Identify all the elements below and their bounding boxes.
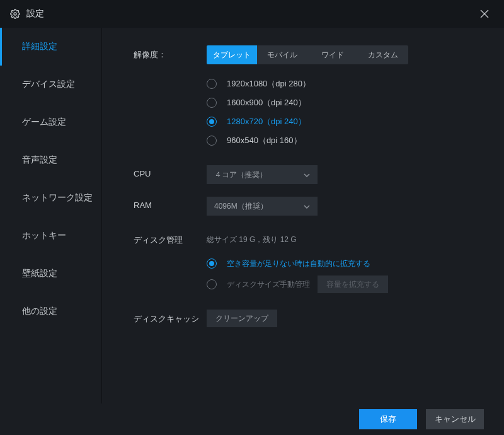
content: 解像度： タブレット モバイル ワイド カスタム 1920x1080（dpi 2… — [102, 28, 504, 403]
disk-label: ディスク管理 — [134, 231, 207, 246]
sidebar-label: 他の設定 — [22, 306, 57, 317]
resolution-option-label: 1280x720（dpi 240） — [227, 116, 306, 127]
resolution-option[interactable]: 960x540（dpi 160） — [207, 131, 479, 150]
resolution-tabs: タブレット モバイル ワイド カスタム — [207, 45, 408, 64]
radio-icon — [207, 98, 217, 108]
sidebar-item-hotkey[interactable]: ホットキー — [0, 217, 101, 255]
gear-icon — [10, 9, 20, 19]
row-resolution: 解像度： タブレット モバイル ワイド カスタム 1920x1080（dpi 2… — [134, 45, 479, 150]
sidebar-label: デバイス設定 — [22, 79, 75, 90]
ram-select[interactable]: 4096M（推奨） — [207, 197, 318, 216]
radio-icon — [207, 117, 217, 127]
sidebar-item-other[interactable]: 他の設定 — [0, 293, 101, 330]
sidebar-item-wallpaper[interactable]: 壁紙設定 — [0, 255, 101, 293]
expand-disk-button: 容量を拡充する — [318, 276, 388, 293]
cpu-select[interactable]: ４コア（推奨） — [207, 165, 318, 184]
chevron-down-icon — [304, 170, 310, 179]
cpu-label: CPU — [134, 165, 207, 178]
resolution-option-label: 1920x1080（dpi 280） — [227, 78, 311, 90]
tab-wide[interactable]: ワイド — [307, 45, 358, 64]
svg-point-0 — [14, 13, 16, 15]
sidebar-label: ホットキー — [22, 230, 66, 241]
row-disk: ディスク管理 総サイズ 19 G，残り 12 G 空き容量が足りない時は自動的に… — [134, 231, 479, 296]
sidebar-label: 音声設定 — [22, 154, 57, 166]
radio-icon — [207, 258, 217, 269]
tab-custom[interactable]: カスタム — [358, 45, 408, 64]
resolution-options: 1920x1080（dpi 280） 1600x900（dpi 240） 128… — [207, 74, 479, 150]
row-ram: RAM 4096M（推奨） — [134, 197, 479, 216]
footer: 保存 キャンセル — [0, 403, 504, 435]
resolution-option-label: 960x540（dpi 160） — [227, 135, 302, 146]
cancel-button[interactable]: キャンセル — [426, 409, 484, 429]
disk-option-label: ディスクサイズ手動管理 — [227, 279, 310, 290]
radio-icon — [207, 279, 217, 289]
ram-value: 4096M（推奨） — [214, 201, 268, 212]
sidebar-item-network[interactable]: ネットワーク設定 — [0, 179, 101, 217]
sidebar-item-advanced[interactable]: 詳細設定 — [0, 28, 101, 66]
tab-mobile[interactable]: モバイル — [257, 45, 307, 64]
row-cache: ディスクキャッシ クリーンアップ — [134, 310, 479, 327]
cleanup-button[interactable]: クリーンアップ — [207, 310, 277, 327]
sidebar-item-audio[interactable]: 音声設定 — [0, 141, 101, 179]
disk-summary: 総サイズ 19 G，残り 12 G — [207, 231, 479, 245]
resolution-label: 解像度： — [134, 45, 207, 61]
sidebar-item-game[interactable]: ゲーム設定 — [0, 103, 101, 141]
row-cpu: CPU ４コア（推奨） — [134, 165, 479, 184]
save-button[interactable]: 保存 — [359, 409, 417, 429]
close-button[interactable] — [475, 4, 494, 23]
resolution-option-label: 1600x900（dpi 240） — [227, 97, 306, 108]
sidebar-label: 壁紙設定 — [22, 268, 57, 279]
cpu-value: ４コア（推奨） — [214, 170, 267, 180]
chevron-down-icon — [304, 202, 310, 211]
ram-label: RAM — [134, 197, 207, 210]
resolution-option[interactable]: 1920x1080（dpi 280） — [207, 74, 479, 93]
disk-option-manual[interactable]: ディスクサイズ手動管理 容量を拡充する — [207, 273, 479, 296]
resolution-option[interactable]: 1600x900（dpi 240） — [207, 93, 479, 112]
sidebar-label: ゲーム設定 — [22, 117, 66, 128]
titlebar: 設定 — [0, 0, 504, 28]
sidebar-label: ネットワーク設定 — [22, 192, 93, 204]
sidebar-item-device[interactable]: デバイス設定 — [0, 66, 101, 103]
disk-option-label: 空き容量が足りない時は自動的に拡充する — [227, 258, 370, 269]
window-title: 設定 — [26, 8, 475, 20]
cache-label: ディスクキャッシ — [134, 310, 207, 325]
disk-option-auto[interactable]: 空き容量が足りない時は自動的に拡充する — [207, 254, 479, 273]
radio-icon — [207, 136, 217, 146]
sidebar: 詳細設定 デバイス設定 ゲーム設定 音声設定 ネットワーク設定 ホットキー 壁紙… — [0, 28, 102, 403]
resolution-option[interactable]: 1280x720（dpi 240） — [207, 112, 479, 131]
sidebar-label: 詳細設定 — [22, 41, 57, 52]
radio-icon — [207, 79, 217, 89]
tab-tablet[interactable]: タブレット — [207, 45, 257, 64]
